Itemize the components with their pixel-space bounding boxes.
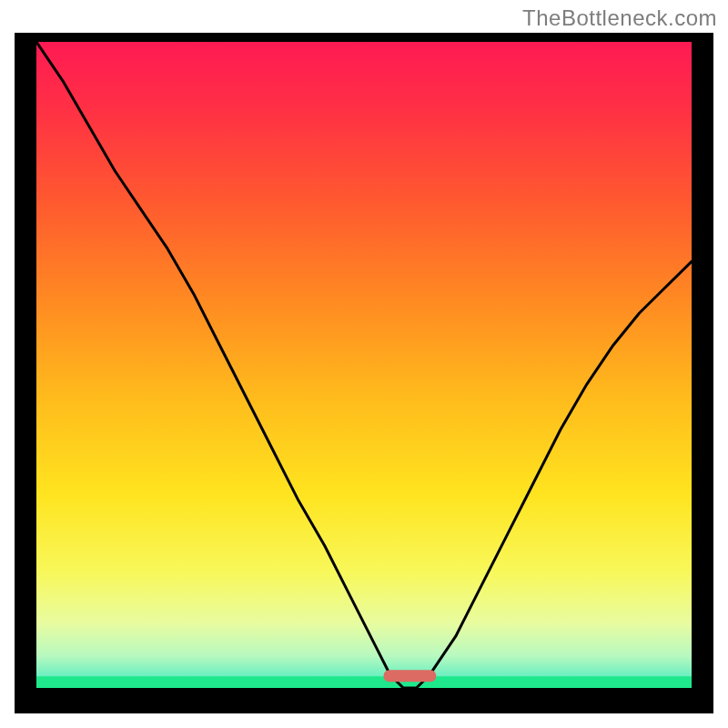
bottleneck-curve-chart: [36, 42, 692, 688]
gradient-background: [36, 42, 692, 688]
chart-frame: [15, 33, 713, 713]
green-baseline-band: [36, 676, 692, 688]
plot-area: [36, 42, 692, 688]
chart-stage: TheBottleneck.com: [0, 0, 728, 728]
minimum-marker: [384, 670, 437, 682]
watermark-text: TheBottleneck.com: [522, 5, 717, 31]
